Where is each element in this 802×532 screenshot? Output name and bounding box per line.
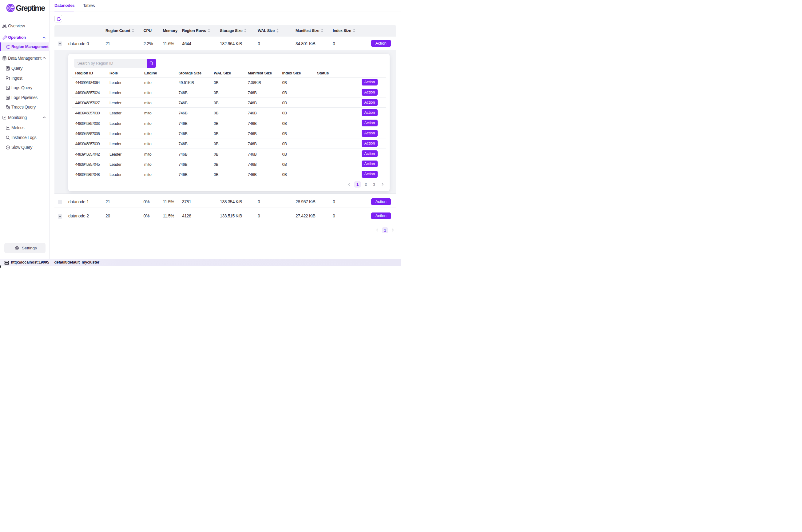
svg-text:Greptime: Greptime (16, 4, 45, 12)
